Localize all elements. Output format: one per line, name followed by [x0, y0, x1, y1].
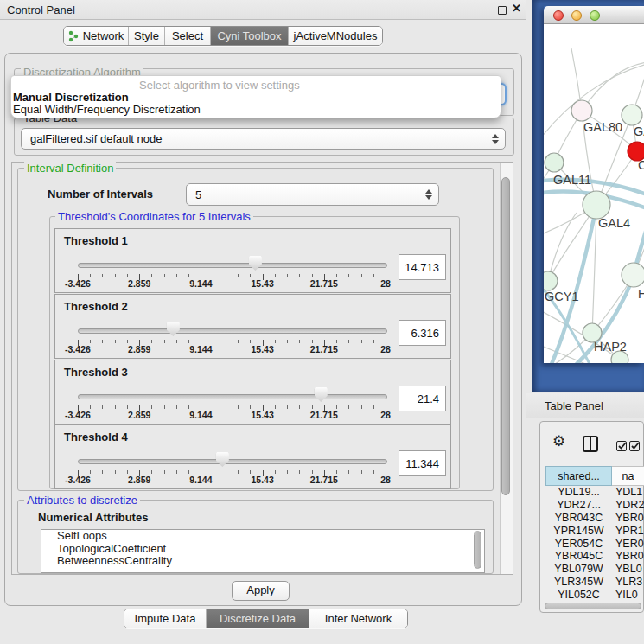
label-partial-top-right: GA — [634, 124, 644, 138]
table-cell[interactable]: YER054C — [545, 538, 612, 550]
table-cell[interactable]: YLR3 — [612, 576, 644, 588]
table-cell[interactable]: YDL1 — [612, 486, 644, 498]
float-panel-icon[interactable] — [498, 6, 507, 15]
threshold-4-slider-track[interactable] — [78, 459, 387, 464]
number-of-intervals-combobox[interactable]: 5 — [186, 183, 439, 206]
table-cell[interactable]: YBL0 — [612, 563, 644, 575]
threshold-4-value-field[interactable]: 11.344 — [399, 450, 446, 476]
gear-icon[interactable]: ⚙ — [552, 434, 565, 449]
table-row[interactable]: YDR27...YDR2 — [545, 499, 644, 512]
network-nodes[interactable] — [544, 100, 644, 363]
minimize-traffic-light-icon[interactable] — [571, 10, 582, 21]
table-cell[interactable]: YPR145W — [545, 525, 612, 537]
table-cell[interactable]: YBR043C — [545, 512, 612, 524]
node-gal80[interactable] — [571, 100, 592, 121]
table-row[interactable]: YBL079WYBL0 — [545, 563, 644, 576]
column-header-shared-name[interactable]: shared... — [545, 466, 612, 486]
table-row[interactable]: YPR145WYPR1 — [545, 524, 644, 537]
numerical-attributes-list[interactable]: SelfLoopsTopologicalCoefficientBetweenne… — [41, 529, 485, 573]
network-graph: GAL80 GA C GAL11 GAL4 GCY1 H HAP2 — [544, 24, 644, 363]
vertical-scrollbar-thumb[interactable] — [501, 177, 510, 495]
popup-option-manual[interactable]: Manual Discretization — [13, 91, 129, 104]
slider-scale: -3.4262.8599.14415.4321.71528 — [78, 344, 386, 354]
attribute-item[interactable]: TopologicalCoefficient — [41, 543, 484, 556]
threshold-3-value-field[interactable]: 21.4 — [399, 386, 446, 411]
table-cell[interactable]: YIL0 — [612, 589, 644, 601]
table-row[interactable]: YBR045CYBR0 — [545, 550, 644, 563]
table-cell[interactable]: YBR0 — [612, 550, 644, 562]
tick-label: 9.144 — [189, 475, 212, 485]
network-canvas[interactable]: GAL80 GA C GAL11 GAL4 GCY1 H HAP2 — [544, 24, 644, 363]
threshold-4-slider-thumb[interactable] — [216, 452, 229, 467]
table-cell[interactable]: YLR345W — [545, 576, 612, 588]
checkbox-icon[interactable] — [629, 441, 640, 451]
table-cell[interactable]: YDR2 — [612, 499, 644, 511]
zoom-traffic-light-icon[interactable] — [590, 10, 600, 21]
node-gcy1[interactable] — [544, 271, 558, 290]
popup-option-equal-width[interactable]: Equal Width/Frequency Discretization — [13, 103, 201, 116]
threshold-4-panel: Threshold 4 -3.4262.8599.14415.4321.7152… — [54, 424, 451, 489]
table-row[interactable]: YDL19...YDL1 — [545, 486, 644, 499]
node-gal11[interactable] — [545, 153, 564, 172]
node-top-right[interactable] — [622, 105, 642, 125]
table-cell[interactable]: YIL052C — [545, 589, 612, 601]
tab-label: Cyni Toolbox — [217, 29, 281, 42]
threshold-3-slider-thumb[interactable] — [315, 387, 328, 402]
close-traffic-light-icon[interactable] — [553, 10, 564, 21]
tab-cyni-toolbox[interactable]: Cyni Toolbox — [211, 27, 289, 45]
tick-label: 21.715 — [310, 410, 338, 420]
table-rows: YDL19...YDL1YDR27...YDR2YBR043CYBR0YPR14… — [545, 486, 644, 601]
node-gal4[interactable] — [583, 191, 610, 219]
network-window-titlebar[interactable] — [544, 6, 644, 24]
tab-impute-data[interactable]: Impute Data — [124, 609, 207, 628]
popup-prompt: Select algorithm to view settings — [139, 79, 300, 92]
tick-label: 2.859 — [128, 278, 150, 289]
tick-label: 21.715 — [310, 475, 338, 485]
tick-label: -3.426 — [65, 344, 91, 354]
threshold-2-slider-track[interactable] — [78, 328, 387, 334]
table-cell[interactable]: YBL079W — [545, 563, 612, 575]
table-data-combobox[interactable]: galFiltered.sif default node — [21, 128, 506, 150]
split-table-icon[interactable] — [583, 436, 598, 452]
table-row[interactable]: YBR043CYBR0 — [545, 512, 644, 525]
attributes-list-scrollbar[interactable] — [474, 531, 481, 569]
table-horizontal-scrollbar[interactable] — [545, 603, 641, 609]
column-header-name[interactable]: na — [612, 466, 644, 486]
table-panel-titlebar: Table Panel — [526, 393, 644, 418]
attributes-group-title: Attributes to discretize — [24, 494, 140, 507]
apply-button[interactable]: Apply — [232, 581, 290, 601]
threshold-2-value-field[interactable]: 6.316 — [399, 320, 446, 346]
attribute-item[interactable]: BetweennessCentrality — [41, 555, 484, 568]
threshold-1-slider-thumb[interactable] — [249, 256, 262, 271]
table-cell[interactable]: YBR0 — [612, 512, 644, 524]
table-cell[interactable]: YPR1 — [612, 525, 644, 537]
threshold-1-value-field[interactable]: 14.713 — [399, 254, 446, 280]
tick-label: 21.715 — [310, 278, 338, 289]
tab-select[interactable]: Select — [165, 27, 211, 45]
table-cell[interactable]: YDL19... — [545, 486, 612, 498]
tab-discretize-data[interactable]: Discretize Data — [207, 609, 309, 628]
close-icon[interactable]: ✕ — [512, 2, 521, 15]
table-header-row: shared... na — [545, 466, 644, 486]
tick-label: 28 — [380, 410, 391, 420]
node-h[interactable] — [622, 263, 644, 287]
threshold-2-slider-thumb[interactable] — [167, 322, 180, 336]
tab-network[interactable]: Network — [64, 27, 129, 45]
table-row[interactable]: YIL052CYIL0 — [545, 588, 644, 601]
table-cell[interactable]: YER0 — [612, 538, 644, 550]
panel-title: Control Panel — [7, 3, 75, 16]
checkbox-icon[interactable] — [616, 441, 627, 451]
threshold-label: Threshold 4 — [64, 430, 128, 443]
table-row[interactable]: YER054CYER0 — [545, 537, 644, 550]
tab-infer-network[interactable]: Infer Network — [309, 609, 407, 628]
table-cell[interactable]: YBR045C — [545, 550, 612, 562]
tab-label: Infer Network — [325, 612, 392, 625]
tab-jactivemnodules[interactable]: jActiveMNodules — [289, 27, 382, 45]
threshold-1-slider-track[interactable] — [78, 263, 387, 268]
threshold-3-slider-track[interactable] — [78, 394, 387, 399]
tab-style[interactable]: Style — [129, 27, 165, 45]
attribute-item[interactable]: SelfLoops — [41, 530, 484, 543]
table-cell[interactable]: YDR27... — [545, 499, 612, 511]
threshold-1-panel: Threshold 1 -3.4262.8599.14415.4321.7152… — [54, 228, 451, 293]
table-row[interactable]: YLR345WYLR3 — [545, 576, 644, 589]
